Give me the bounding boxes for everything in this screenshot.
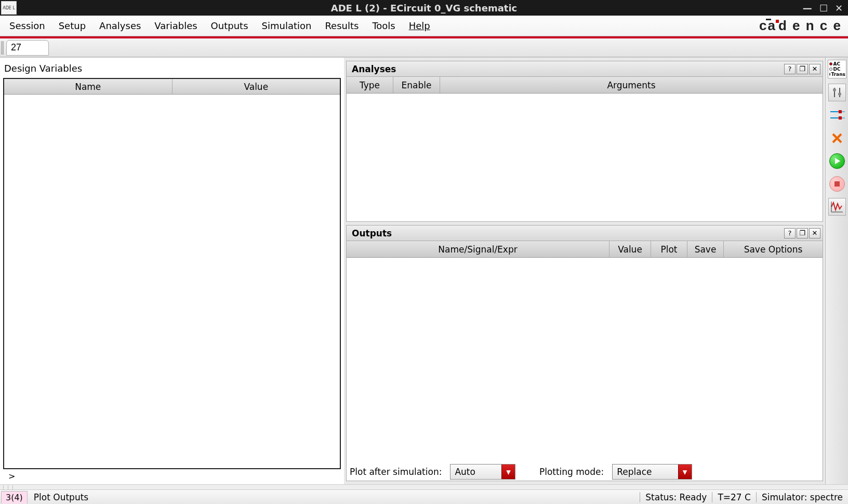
stop-icon (829, 176, 845, 192)
select-signals-button[interactable] (828, 107, 846, 124)
menu-simulation[interactable]: Simulation (256, 17, 318, 34)
svg-point-2 (833, 88, 836, 91)
plot-after-label: Plot after simulation: (350, 467, 442, 477)
plotting-mode-select[interactable]: Replace ▾ (612, 464, 692, 480)
plot-after-dropdown-icon[interactable]: ▾ (501, 465, 515, 479)
setup-analysis-button[interactable] (828, 84, 846, 101)
menu-help[interactable]: Help (403, 17, 436, 34)
outputs-title: Outputs (352, 228, 392, 238)
outputs-col-save-options[interactable]: Save Options (724, 241, 823, 257)
status-tab[interactable]: 3(4) (1, 491, 28, 503)
stop-button[interactable] (828, 175, 846, 193)
plot-after-select[interactable]: Auto ▾ (450, 464, 515, 480)
side-toolbar: AC DC Trans (825, 58, 848, 484)
status-simulator: Simulator: spectre (756, 492, 848, 502)
toolbar (0, 38, 848, 57)
maximize-button[interactable]: ☐ (819, 3, 828, 14)
brand-logo: cad e n c e (759, 18, 842, 34)
analyses-close-button[interactable]: ✕ (809, 64, 820, 74)
plotting-mode-label: Plotting mode: (539, 467, 604, 477)
outputs-panel: Outputs ? ❐ ✕ Name/Signal/Expr Value Plo… (346, 225, 823, 481)
design-variables-table[interactable]: Name Value (3, 78, 341, 469)
menu-results[interactable]: Results (319, 17, 365, 34)
outputs-col-name[interactable]: Name/Signal/Expr (347, 241, 610, 257)
menu-analyses[interactable]: Analyses (93, 17, 147, 34)
statusbar: 3(4) Plot Outputs Status: Ready T=27 C S… (0, 489, 848, 504)
dv-table-body[interactable] (4, 95, 340, 468)
mode-dc-radio[interactable] (829, 68, 832, 71)
outputs-table-header: Name/Signal/Expr Value Plot Save Save Op… (347, 241, 823, 258)
signals-icon (829, 108, 845, 123)
outputs-help-button[interactable]: ? (784, 228, 796, 238)
mode-ac-radio[interactable] (829, 62, 832, 65)
svg-point-3 (838, 92, 841, 96)
analyses-title: Analyses (352, 64, 396, 74)
outputs-col-plot[interactable]: Plot (651, 241, 687, 257)
app-icon: ADE L (1, 1, 17, 15)
menubar: Session Setup Analyses Variables Outputs… (0, 16, 848, 36)
plotting-mode-value: Replace (613, 465, 678, 479)
temperature-input[interactable] (6, 40, 49, 56)
sliders-icon (832, 87, 842, 98)
menu-tools[interactable]: Tools (366, 17, 401, 34)
plot-options-row: Plot after simulation: Auto ▾ Plotting m… (347, 460, 823, 481)
menu-setup[interactable]: Setup (52, 17, 92, 34)
dv-col-value[interactable]: Value (173, 79, 340, 94)
dv-col-name[interactable]: Name (4, 79, 173, 94)
svg-rect-5 (839, 110, 842, 113)
analyses-panel: Analyses ? ❐ ✕ Type Enable Arguments (346, 61, 823, 222)
run-button[interactable] (828, 152, 846, 170)
outputs-detach-button[interactable]: ❐ (797, 228, 808, 238)
analyses-col-enable[interactable]: Enable (393, 77, 440, 93)
waveform-icon (830, 201, 844, 213)
analyses-detach-button[interactable]: ❐ (797, 64, 808, 74)
window-titlebar: ADE L ADE L (2) - ECircuit 0_VG schemati… (0, 0, 848, 16)
svg-rect-7 (839, 116, 842, 120)
minimize-button[interactable]: — (803, 3, 812, 14)
outputs-close-button[interactable]: ✕ (809, 228, 820, 238)
outputs-col-value[interactable]: Value (610, 241, 651, 257)
analyses-col-arguments[interactable]: Arguments (440, 77, 823, 93)
outputs-table-body[interactable] (347, 258, 823, 460)
resize-grip[interactable]: ⋮⋮⋮ (0, 484, 848, 489)
outputs-col-save[interactable]: Save (687, 241, 724, 257)
window-title: ADE L (2) - ECircuit 0_VG schematic (0, 3, 848, 14)
delete-button[interactable] (828, 129, 846, 147)
command-prompt[interactable]: > (3, 469, 341, 481)
close-button[interactable]: ✕ (835, 3, 843, 14)
analyses-col-type[interactable]: Type (347, 77, 393, 93)
mode-trans-radio[interactable] (829, 73, 830, 76)
play-icon (829, 153, 845, 169)
toolbar-grip[interactable] (1, 41, 4, 55)
plot-results-button[interactable] (828, 198, 846, 216)
plotting-mode-dropdown-icon[interactable]: ▾ (678, 465, 692, 479)
analyses-table-header: Type Enable Arguments (347, 77, 823, 94)
analyses-table-body[interactable] (347, 94, 823, 221)
analyses-help-button[interactable]: ? (784, 64, 796, 74)
plot-after-value: Auto (451, 465, 501, 479)
menu-session[interactable]: Session (3, 17, 51, 34)
analysis-mode-group[interactable]: AC DC Trans (828, 60, 846, 78)
status-temp: T=27 C (712, 492, 756, 502)
design-variables-title: Design Variables (3, 58, 341, 78)
status-ready: Status: Ready (640, 492, 712, 502)
menu-outputs[interactable]: Outputs (205, 17, 255, 34)
design-variables-pane: Design Variables Name Value > (0, 58, 344, 484)
delete-x-icon (831, 132, 843, 144)
menu-variables[interactable]: Variables (148, 17, 203, 34)
status-area-label: Plot Outputs (28, 492, 95, 502)
